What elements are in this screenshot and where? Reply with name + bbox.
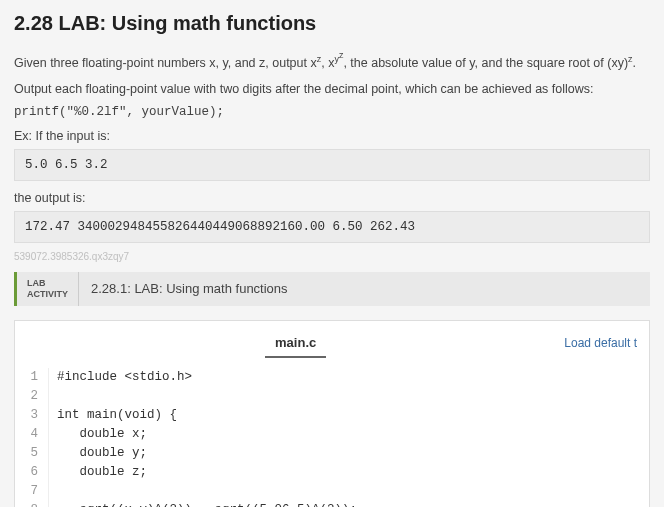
description-line-1: Given three floating-point numbers x, y,… [14,49,650,74]
code-line [57,387,649,406]
desc-text: , x [321,56,334,70]
file-tab-main-c[interactable]: main.c [265,329,326,358]
input-sample-box: 5.0 6.5 3.2 [14,149,650,181]
line-number: 5 [23,444,38,463]
desc-text: , the absolute value of y, and the squar… [343,56,628,70]
activity-header: LAB ACTIVITY 2.28.1: LAB: Using math fun… [14,272,650,306]
code-editor[interactable]: 1 2 3 4 5 6 7 8 9 10 #include <stdio.h> … [15,362,649,508]
code-line [57,482,649,501]
activity-title: 2.28.1: LAB: Using math functions [79,272,300,306]
code-line: #include <stdio.h> [57,368,649,387]
example-input-label: Ex: If the input is: [14,129,650,143]
line-number-gutter: 1 2 3 4 5 6 7 8 9 10 [15,368,49,508]
code-tabs-bar: main.c Load default t [15,321,649,362]
code-panel: main.c Load default t 1 2 3 4 5 6 7 8 9 … [14,320,650,508]
line-number: 6 [23,463,38,482]
desc-text: Given three floating-point numbers x, y,… [14,56,317,70]
line-number: 4 [23,425,38,444]
load-default-link[interactable]: Load default t [564,336,637,350]
badge-line-1: LAB [27,278,68,289]
code-line: double x; [57,425,649,444]
output-sample-box: 172.47 340002948455826440449068892160.00… [14,211,650,243]
desc-text: . [633,56,636,70]
description-line-2: Output each floating-point value with tw… [14,80,650,99]
line-number: 2 [23,387,38,406]
code-lines[interactable]: #include <stdio.h> int main(void) { doub… [49,368,649,508]
code-line: double z; [57,463,649,482]
lab-activity-badge: LAB ACTIVITY [17,272,79,306]
code-line: int main(void) { [57,406,649,425]
line-number: 8 [23,501,38,508]
line-number: 7 [23,482,38,501]
badge-line-2: ACTIVITY [27,289,68,300]
printf-example: printf("%0.2lf", yourValue); [14,105,650,119]
output-label: the output is: [14,191,650,205]
watermark-text: 539072.3985326.qx3zqy7 [14,251,650,262]
code-line: double y; [57,444,649,463]
page-title: 2.28 LAB: Using math functions [14,12,650,35]
line-number: 3 [23,406,38,425]
code-line: sqrt((x,y)^(2)) = sqrt((5.06.5)^(2)); [57,501,649,508]
line-number: 1 [23,368,38,387]
